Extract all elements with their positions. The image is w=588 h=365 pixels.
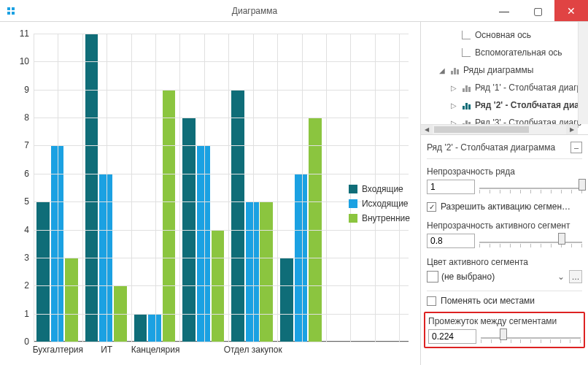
enable-active-segment-checkbox[interactable]: Разрешить активацию сегмен… [427, 201, 582, 212]
legend-swatch-icon [349, 185, 357, 193]
segment-gap-slider[interactable] [481, 330, 581, 343]
app-icon [0, 0, 22, 21]
legend-item: Исходящие [349, 199, 410, 209]
bar[interactable] [36, 201, 50, 342]
legend-label: Исходящие [362, 199, 409, 209]
enable-active-segment-label: Разрешить активацию сегмен… [441, 201, 570, 212]
tree-item-label: Вспомогательная ось [475, 47, 562, 58]
y-tick: 0 [24, 337, 29, 347]
scroll-left-button[interactable]: ◀ [421, 125, 433, 134]
y-tick: 5 [24, 196, 29, 207]
tree-item-label: Основная ось [475, 30, 531, 40]
scroll-thumb[interactable] [434, 126, 529, 133]
legend-item: Входящие [349, 184, 410, 194]
bars-icon [449, 66, 460, 74]
legend-label: Входящие [362, 184, 403, 194]
tree-horizontal-scrollbar[interactable]: ◀ ▶ [421, 124, 578, 134]
active-color-label: Цвет активного сегмента [427, 257, 582, 267]
properties-collapse-button[interactable]: – [570, 142, 582, 153]
y-tick: 9 [24, 85, 29, 95]
active-opacity-slider[interactable] [479, 234, 582, 247]
bar[interactable] [280, 258, 293, 342]
gap-property-highlight: Промежуток между сегментами [424, 312, 585, 348]
active-opacity-label: Непрозрачность активного сегмент [427, 220, 582, 231]
bar[interactable] [163, 90, 176, 342]
tree-vertical-scrollbar[interactable] [578, 22, 588, 124]
properties-header: Ряд '2' - Столбчатая диаграмма [427, 142, 555, 153]
x-category-label: Канцелярия [131, 345, 180, 355]
tree-item[interactable]: ▷Ряд '2' - Столбчатая диа [421, 96, 588, 114]
segment-gap-label: Промежуток между сегментами [428, 316, 581, 326]
bar[interactable] [148, 314, 161, 342]
swap-axes-label: Поменять оси местами [441, 296, 535, 306]
y-tick: 11 [20, 28, 29, 39]
y-tick: 3 [24, 253, 29, 263]
scroll-right-button[interactable]: ▶ [566, 125, 578, 134]
legend-swatch-icon [349, 199, 357, 208]
swap-axes-checkbox[interactable]: Поменять оси местами [427, 296, 582, 306]
tree-expander-icon[interactable]: ▷ [450, 101, 457, 110]
active-color-value: (не выбрано) [441, 272, 553, 282]
y-tick: 10 [20, 56, 29, 66]
tree-expander-icon[interactable]: ◢ [438, 66, 446, 74]
bar[interactable] [260, 201, 273, 342]
chart-pane: 01234567891011 БухгалтерияИТКанцелярияОт… [0, 22, 420, 365]
series-opacity-input[interactable] [427, 180, 475, 194]
tree-item-label: Ряд '2' - Столбчатая диа [475, 100, 579, 110]
chart-y-axis: 01234567891011 [13, 34, 32, 342]
axis-icon [460, 48, 472, 57]
x-category-label: Бухгалтерия [33, 345, 83, 355]
bar[interactable] [85, 34, 98, 342]
axis-icon [460, 31, 472, 39]
series-opacity-slider[interactable] [479, 180, 582, 193]
y-tick: 1 [24, 309, 29, 319]
bars-icon [460, 101, 472, 110]
tree-item[interactable]: ◢Ряды диаграммы [421, 61, 588, 79]
y-tick: 6 [24, 169, 29, 179]
checkbox-icon [427, 296, 436, 306]
tree-expander-icon[interactable]: ▷ [450, 84, 457, 92]
properties-panel: Ряд '2' - Столбчатая диаграмма – Непрозр… [421, 135, 588, 365]
window-title: Диаграмма [22, 0, 487, 21]
tree-item[interactable]: Основная ось [421, 26, 588, 44]
y-tick: 2 [24, 280, 29, 291]
tree-item[interactable]: ▷Ряд '1' - Столбчатая диагр [421, 79, 588, 96]
legend-item: Внутренние [349, 213, 410, 223]
active-color-dropdown[interactable]: ⌄ [556, 272, 566, 282]
structure-tree[interactable]: Основная осьВспомогательная ось◢Ряды диа… [421, 22, 588, 135]
segment-gap-input[interactable] [428, 329, 476, 344]
bar[interactable] [231, 90, 244, 342]
bar[interactable] [65, 258, 78, 342]
legend-label: Внутренние [362, 213, 410, 223]
legend-swatch-icon [349, 214, 357, 223]
side-panel: Основная осьВспомогательная ось◢Ряды диа… [420, 22, 588, 365]
x-category-label: Отдел закупок [224, 345, 282, 355]
window-minimize-button[interactable]: — [487, 0, 521, 21]
y-tick: 4 [24, 225, 29, 235]
tree-item-label: Ряды диаграммы [463, 65, 533, 75]
chart-legend: ВходящиеИсходящиеВнутренние [349, 184, 410, 223]
chart-x-axis: БухгалтерияИТКанцелярияОтдел закупок [34, 343, 409, 358]
active-opacity-input[interactable] [427, 234, 475, 248]
window-maximize-button[interactable]: ▢ [521, 0, 554, 21]
y-tick: 7 [24, 140, 29, 150]
active-color-picker-button[interactable]: … [569, 270, 582, 283]
x-category-label: ИТ [101, 345, 112, 355]
bars-icon [460, 83, 472, 92]
y-tick: 8 [24, 112, 29, 123]
bar[interactable] [246, 201, 259, 342]
active-color-swatch[interactable] [427, 271, 438, 283]
series-opacity-label: Непрозрачность ряда [427, 166, 582, 177]
tree-item-label: Ряд '1' - Столбчатая диагр [475, 82, 581, 93]
window-close-button[interactable]: ✕ [554, 0, 588, 21]
bar[interactable] [134, 314, 147, 342]
tree-item[interactable]: Вспомогательная ось [421, 44, 588, 61]
checkbox-icon [427, 202, 436, 212]
